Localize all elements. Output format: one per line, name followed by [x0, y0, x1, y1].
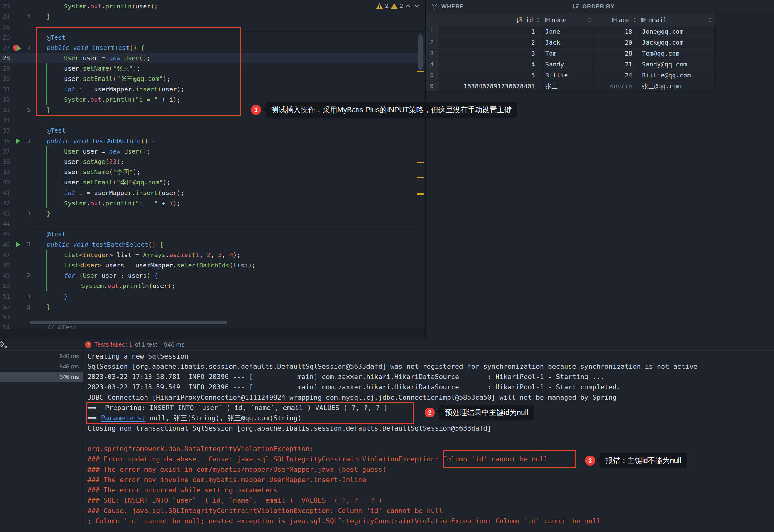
table-cell[interactable]: 2	[438, 37, 542, 48]
table-cell[interactable]: 1638467891736678401	[438, 81, 542, 91]
chevron-up-icon[interactable]	[405, 4, 411, 8]
filter-icon[interactable]	[431, 3, 439, 12]
gear-dropdown-caret[interactable]	[4, 346, 7, 348]
table-cell[interactable]: Jack	[542, 37, 594, 48]
table-row[interactable]: 22Jack20Jack@qq.com	[426, 37, 714, 48]
table-cell[interactable]: 18	[594, 26, 639, 37]
row-number[interactable]: 5	[426, 70, 438, 81]
code-line[interactable]: 41int i = userMapper.insert(user);	[0, 188, 425, 198]
line-number[interactable]: 44	[0, 218, 10, 229]
code-line[interactable]: 53	[0, 312, 425, 322]
fold-marker-icon[interactable]	[26, 14, 30, 20]
code-line[interactable]: 35@Test	[0, 125, 425, 136]
code-line[interactable]: 52}	[0, 301, 425, 312]
table-cell[interactable]: Tom	[542, 48, 594, 59]
row-number[interactable]: 3	[426, 48, 438, 59]
line-number[interactable]: 39	[0, 167, 10, 177]
table-cell[interactable]: 28	[594, 48, 639, 59]
code-line[interactable]: 47List<Integer> list = Arrays.asList(1, …	[0, 250, 425, 260]
line-number[interactable]: 27	[0, 42, 10, 53]
line-number[interactable]: 31	[0, 84, 10, 95]
table-cell[interactable]: 20	[594, 37, 639, 48]
fold-marker-icon[interactable]	[26, 45, 30, 51]
line-number[interactable]: 52	[0, 301, 10, 312]
row-number[interactable]: 4	[426, 59, 438, 70]
inspections-widget[interactable]: 2 2	[376, 2, 420, 10]
code-line[interactable]: 23System.out.println(user);	[0, 1, 425, 12]
code-line[interactable]: 24}	[0, 11, 425, 22]
code-line[interactable]: 36public void testAddAutoId() {	[0, 136, 425, 146]
code-line[interactable]: 44	[0, 218, 425, 229]
table-row[interactable]: 33Tom28Tom@qq.com	[426, 48, 714, 59]
row-number[interactable]: 1	[426, 26, 438, 37]
line-number[interactable]: 42	[0, 198, 10, 208]
order-by-field[interactable]: ORDER BY	[582, 3, 615, 10]
where-filter-field[interactable]: WHERE	[441, 3, 464, 10]
fold-marker-icon[interactable]	[26, 242, 30, 248]
line-number[interactable]: 40	[0, 177, 10, 188]
code-line[interactable]: 42System.out.println("i = " + i);	[0, 198, 425, 208]
sort-arrows-icon[interactable]	[587, 17, 591, 22]
sort-arrows-icon[interactable]	[536, 17, 540, 22]
fold-marker-icon[interactable]	[26, 294, 30, 300]
tree-console-divider[interactable]	[83, 351, 83, 532]
line-number[interactable]: 28	[0, 53, 10, 63]
line-number[interactable]: 35	[0, 125, 10, 136]
run-test-icon[interactable]	[16, 138, 20, 144]
code-line[interactable]: 38user.setAge(23);	[0, 156, 425, 167]
table-cell[interactable]: <null>	[594, 81, 639, 91]
code-line[interactable]: 46public void testBatchSelect() {	[0, 239, 425, 250]
line-number[interactable]: 38	[0, 156, 10, 167]
sort-arrows-icon[interactable]	[633, 17, 637, 22]
table-cell[interactable]: Jone	[542, 26, 594, 37]
table-cell[interactable]: Jack@qq.com	[639, 37, 714, 48]
row-number[interactable]: 2	[426, 37, 438, 48]
line-number[interactable]: 24	[0, 11, 10, 22]
table-cell[interactable]: Sandy	[542, 59, 594, 70]
line-number[interactable]: 41	[0, 188, 10, 198]
code-line[interactable]: 39user.setName("李四");	[0, 167, 425, 177]
table-row[interactable]: 55Billie24Billie@qq.com	[426, 70, 714, 81]
line-number[interactable]: 49	[0, 270, 10, 281]
chevron-down-icon[interactable]	[414, 4, 420, 8]
code-line[interactable]: 37User user = new User();	[0, 146, 425, 157]
code-line[interactable]: 40user.setEmail("李四@qq.com");	[0, 177, 425, 188]
table-cell[interactable]: Billie	[542, 70, 594, 81]
column-header-email[interactable]: email	[639, 14, 714, 26]
fold-marker-icon[interactable]	[26, 139, 30, 144]
line-number[interactable]: 46	[0, 239, 10, 250]
fold-marker-icon[interactable]	[26, 107, 30, 113]
table-cell[interactable]: 3	[438, 48, 542, 59]
line-number[interactable]: 50	[0, 281, 10, 291]
line-number[interactable]: 34	[0, 115, 10, 125]
column-header-id[interactable]: id	[438, 14, 542, 26]
fold-marker-icon[interactable]	[26, 211, 30, 217]
table-cell[interactable]: Sandy@qq.com	[639, 59, 714, 70]
sort-arrows-icon[interactable]	[708, 17, 712, 22]
table-row[interactable]: 44Sandy21Sandy@qq.com	[426, 59, 714, 70]
code-line[interactable]: 43}	[0, 208, 425, 219]
code-line[interactable]: 50System.out.println(user);	[0, 281, 425, 291]
table-cell[interactable]: 24	[594, 70, 639, 81]
test-tree-row[interactable]: 946 ms	[0, 372, 83, 382]
table-cell[interactable]: Tom@qq.com	[639, 48, 714, 59]
line-number[interactable]: 36	[0, 136, 10, 146]
line-number[interactable]: 53	[0, 312, 10, 322]
table-cell[interactable]: 5	[438, 70, 542, 81]
line-number[interactable]: 43	[0, 208, 10, 219]
table-cell[interactable]: 1	[438, 26, 542, 37]
line-number[interactable]: 33	[0, 105, 10, 115]
line-number[interactable]: 32	[0, 94, 10, 105]
table-cell[interactable]: 21	[594, 59, 639, 70]
line-number[interactable]: 26	[0, 32, 10, 43]
test-tree-row[interactable]: 946 ms	[0, 351, 83, 361]
line-number[interactable]: 47	[0, 250, 10, 260]
code-line[interactable]: 51}	[0, 291, 425, 302]
table-cell[interactable]: 张三@qq.com	[639, 81, 714, 91]
line-number[interactable]: 30	[0, 73, 10, 84]
table-cell[interactable]: Jone@qq.com	[639, 26, 714, 37]
table-cell[interactable]: 张三	[542, 81, 594, 91]
sort-icon[interactable]	[572, 3, 580, 12]
table-cell[interactable]: 4	[438, 59, 542, 70]
line-number[interactable]: 45	[0, 229, 10, 239]
